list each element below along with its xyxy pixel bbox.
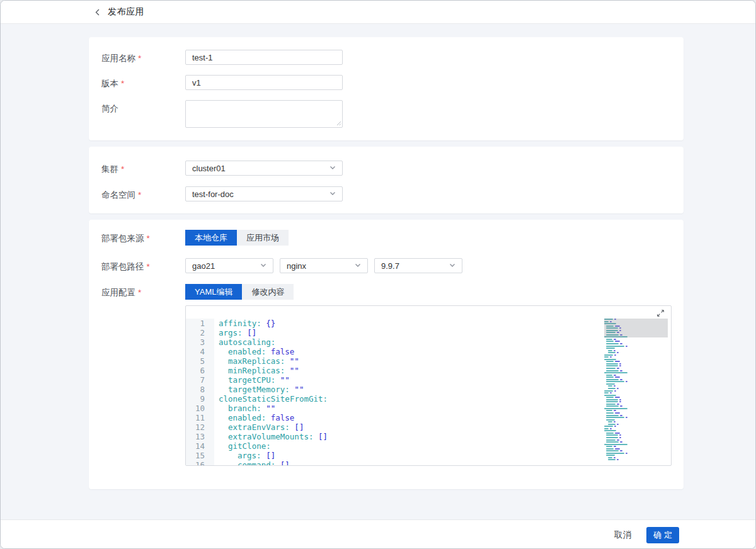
- chevron-down-icon: [354, 260, 362, 271]
- segment-option-yaml-edit[interactable]: YAML编辑: [185, 284, 242, 300]
- app-config-label: 应用配置: [101, 288, 135, 297]
- repo-select[interactable]: gao21: [185, 258, 273, 273]
- cluster-row: 集群* cluster01: [89, 161, 684, 176]
- required-mark: *: [147, 262, 150, 271]
- app-config-segment: YAML编辑 修改内容: [185, 284, 294, 300]
- editor-gutter: 12345678910111213141516: [186, 319, 214, 466]
- yaml-editor[interactable]: 12345678910111213141516 affinity: {}args…: [185, 305, 672, 466]
- version-select-value: 9.9.7: [381, 261, 399, 271]
- segment-option-app-market[interactable]: 应用市场: [237, 230, 289, 246]
- app-name-row: 应用名称*: [89, 50, 684, 65]
- basic-info-card: 应用名称* 版本* 简介: [89, 37, 684, 140]
- chart-select[interactable]: nginx: [280, 258, 368, 273]
- repo-select-value: gao21: [192, 261, 215, 271]
- chevron-down-icon: [449, 260, 456, 271]
- package-source-row: 部署包来源* 本地仓库 应用市场: [89, 230, 684, 246]
- intro-label: 简介: [101, 104, 118, 113]
- required-mark: *: [138, 288, 141, 297]
- version-input[interactable]: [185, 75, 343, 90]
- footer-bar: 取消 确定: [1, 519, 755, 549]
- cluster-select[interactable]: cluster01: [185, 161, 343, 176]
- chevron-down-icon: [260, 260, 267, 271]
- namespace-select-value: test-for-doc: [192, 190, 234, 199]
- namespace-label: 命名空间: [101, 190, 135, 200]
- segment-option-local-repo[interactable]: 本地仓库: [185, 230, 237, 246]
- intro-row: 简介: [89, 100, 684, 130]
- chart-select-value: nginx: [287, 261, 306, 271]
- namespace-row: 命名空间* test-for-doc: [89, 186, 684, 201]
- page-header: 发布应用: [1, 1, 755, 24]
- required-mark: *: [121, 79, 124, 88]
- version-label: 版本: [101, 79, 118, 88]
- package-path-row: 部署包路径* gao21 nginx 9.9.7: [89, 258, 684, 273]
- minimap-viewport[interactable]: [604, 319, 668, 337]
- page-title: 发布应用: [108, 6, 144, 18]
- required-mark: *: [138, 54, 141, 63]
- yaml-editor-row: 12345678910111213141516 affinity: {}args…: [89, 305, 684, 466]
- editor-minimap[interactable]: [604, 319, 668, 466]
- required-mark: *: [121, 164, 124, 174]
- deploy-card: 部署包来源* 本地仓库 应用市场 部署包路径* gao21 n: [89, 220, 684, 489]
- package-path-label: 部署包路径: [101, 262, 144, 271]
- resize-grip-icon[interactable]: [336, 117, 341, 128]
- app-name-label: 应用名称: [101, 54, 135, 63]
- package-source-segment: 本地仓库 应用市场: [185, 230, 289, 246]
- cluster-card: 集群* cluster01 命名空间* test-for-doc: [89, 147, 684, 213]
- back-icon[interactable]: [94, 8, 102, 16]
- app-config-row: 应用配置* YAML编辑 修改内容: [89, 284, 684, 300]
- app-name-input[interactable]: [185, 50, 343, 65]
- namespace-select[interactable]: test-for-doc: [185, 186, 343, 201]
- cluster-label: 集群: [101, 164, 118, 174]
- segment-option-modify-content[interactable]: 修改内容: [242, 284, 294, 300]
- publish-app-page: 发布应用 应用名称* 版本* 简介: [0, 0, 756, 549]
- chevron-down-icon: [329, 188, 336, 200]
- version-select[interactable]: 9.9.7: [374, 258, 462, 273]
- cluster-select-value: cluster01: [192, 164, 226, 173]
- chevron-down-icon: [329, 162, 336, 174]
- editor-code[interactable]: affinity: {}args: []autoscaling:enabled:…: [214, 319, 671, 466]
- cancel-button[interactable]: 取消: [614, 529, 631, 541]
- intro-textarea[interactable]: [185, 100, 343, 128]
- version-row: 版本*: [89, 75, 684, 90]
- required-mark: *: [147, 234, 150, 243]
- package-source-label: 部署包来源: [101, 234, 144, 243]
- form-area: 应用名称* 版本* 简介: [1, 24, 755, 519]
- required-mark: *: [138, 190, 141, 200]
- confirm-button[interactable]: 确定: [646, 527, 679, 543]
